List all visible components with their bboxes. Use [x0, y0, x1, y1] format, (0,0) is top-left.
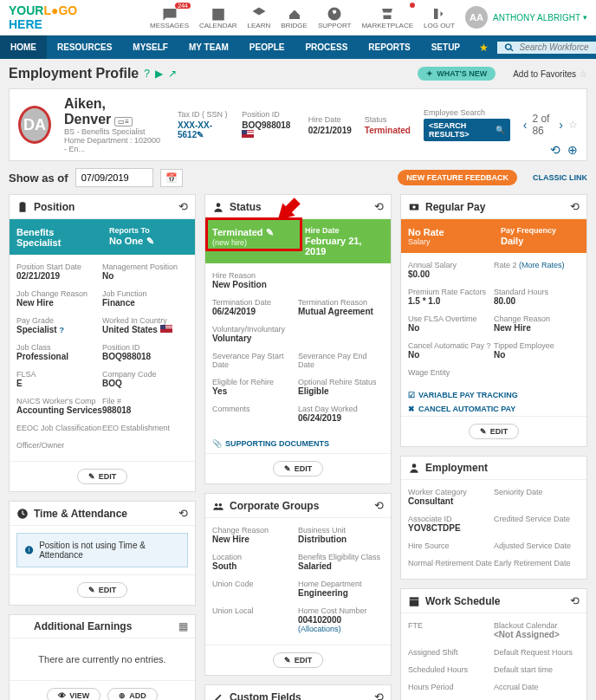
more-rates-link[interactable]: (More Rates): [519, 261, 565, 269]
clock-icon: [16, 508, 29, 520]
messages-button[interactable]: 244MESSAGES: [145, 4, 194, 31]
pager-next[interactable]: ›: [559, 118, 563, 132]
nav-reports[interactable]: REPORTS: [358, 36, 420, 59]
search-results-button[interactable]: <SEARCH RESULTS> 🔍: [424, 119, 510, 141]
svg-point-8: [412, 463, 417, 468]
svg-point-5: [219, 503, 223, 507]
ta-info-message: iPosition is not using Time & Attendance: [16, 533, 188, 567]
employee-avatar: DA: [18, 106, 51, 144]
money-icon: [408, 201, 420, 213]
calendar-icon[interactable]: 📅: [160, 169, 183, 187]
nav-process[interactable]: PROCESS: [295, 36, 358, 59]
edit-button[interactable]: ✎ EDIT: [273, 461, 324, 476]
video-icon[interactable]: ▶: [155, 68, 163, 80]
card-refresh[interactable]: ⟲: [374, 690, 384, 700]
card-refresh[interactable]: ⟲: [374, 499, 384, 512]
support-button[interactable]: SUPPORT: [313, 4, 357, 31]
svg-point-4: [215, 503, 218, 507]
taxid-link[interactable]: XXX-XX-5612✎: [178, 120, 229, 139]
card-refresh[interactable]: ⟲: [178, 507, 188, 520]
clipboard-icon: [16, 201, 29, 213]
grid-icon[interactable]: ▦: [178, 620, 188, 632]
share-icon[interactable]: ↗: [168, 68, 177, 80]
help-icon[interactable]: ?: [144, 68, 150, 80]
navbar: HOME RESOURCES MYSELF MY TEAM PEOPLE PRO…: [0, 36, 596, 59]
user-avatar[interactable]: AA: [465, 6, 488, 29]
card-refresh[interactable]: ⟲: [178, 200, 188, 213]
add-button[interactable]: ⊕ ADD: [107, 688, 158, 700]
user-menu-caret[interactable]: ▾: [583, 13, 587, 22]
card-refresh[interactable]: ⟲: [374, 200, 384, 213]
topbar: YOURL●GOHERE 244MESSAGES CALENDAR LEARN …: [0, 0, 596, 36]
pager-prev[interactable]: ‹: [523, 118, 528, 132]
id-card-icon[interactable]: ▭≡: [114, 117, 133, 126]
cap-help-icon[interactable]: ?: [487, 341, 491, 350]
show-as-of-label: Show as of: [9, 172, 68, 185]
status-card: Status⟲ Terminated✎(new hire) Hire DateF…: [204, 194, 392, 484]
nav-myself[interactable]: MYSELF: [122, 36, 178, 59]
user-name[interactable]: ANTHONY ALBRIGHT: [493, 13, 580, 23]
calendar-button[interactable]: CALENDAR: [194, 4, 243, 31]
bridge-button[interactable]: BRIDGE: [275, 4, 313, 31]
edit-button[interactable]: ✎ EDIT: [273, 652, 324, 668]
groups-icon: [212, 500, 224, 512]
employee-name: Aiken, Denver: [64, 96, 111, 126]
empty-message: There are currently no entries.: [10, 638, 195, 680]
employee-dept-sub: Home Department : 102000 - En...: [64, 136, 165, 153]
edit-button[interactable]: ✎ EDIT: [77, 582, 128, 598]
card-refresh[interactable]: ⟲: [570, 200, 580, 213]
paygrade-help-icon[interactable]: ?: [59, 326, 64, 334]
new-feature-feedback-button[interactable]: NEW FEATURE FEEDBACK: [398, 170, 517, 185]
person-icon: [408, 462, 420, 474]
variable-pay-tracking-link[interactable]: ☑ VARIABLE PAY TRACKING: [401, 388, 586, 402]
employee-header: DA Aiken, Denver▭≡ BS - Benefits Special…: [9, 88, 587, 161]
classic-link[interactable]: CLASSIC LINK: [533, 173, 587, 182]
edit-button[interactable]: ✎ EDIT: [77, 469, 128, 484]
edit-status[interactable]: ✎: [266, 227, 274, 237]
search-icon: [504, 42, 515, 54]
logout-button[interactable]: LOG OUT: [418, 4, 460, 31]
add-favorites-link[interactable]: Add to Favorites☆: [513, 69, 587, 79]
page-title: Employment Profile: [9, 66, 139, 81]
regular-pay-card: Regular Pay⟲ No RateSalary Pay Frequency…: [400, 194, 587, 447]
status-terminated: Terminated: [365, 126, 411, 135]
nav-myteam[interactable]: MY TEAM: [178, 36, 239, 59]
additional-earnings-card: Additional Earnings▦ There are currently…: [9, 614, 196, 700]
list-icon: [16, 620, 29, 632]
add-employee-icon[interactable]: ⊕: [567, 143, 578, 157]
cancel-automatic-pay-link[interactable]: ✖ CANCEL AUTOMATIC PAY: [401, 402, 586, 416]
learn-button[interactable]: LEARN: [243, 4, 276, 31]
nav-setup[interactable]: SETUP: [421, 36, 470, 59]
pencil-icon: [212, 691, 224, 701]
allocations-link[interactable]: (Allocations): [298, 625, 384, 633]
card-refresh[interactable]: ⟲: [570, 594, 580, 607]
svg-rect-9: [410, 597, 419, 606]
svg-text:i: i: [29, 547, 29, 553]
custom-fields-card: Custom Fields⟲ PeriodSelection HolidayGr…: [204, 684, 392, 700]
view-button[interactable]: 👁 VIEW: [47, 688, 100, 700]
us-flag-icon: [242, 130, 254, 138]
show-as-of-date[interactable]: [75, 168, 153, 187]
corporate-groups-card: Corporate Groups⟲ Change ReasonNew Hire …: [204, 493, 392, 676]
search-input[interactable]: [520, 42, 589, 52]
whats-new-button[interactable]: ✦WHAT'S NEW: [418, 67, 496, 81]
nav-people[interactable]: PEOPLE: [239, 36, 295, 59]
svg-point-3: [217, 203, 221, 207]
logo: YOURL●GOHERE: [9, 3, 77, 31]
pager-star[interactable]: ☆: [568, 119, 578, 131]
employee-position-sub: BS - Benefits Specialist: [64, 127, 165, 136]
supporting-documents-link[interactable]: 📎 SUPPORTING DOCUMENTS: [205, 434, 391, 453]
nav-resources[interactable]: RESOURCES: [47, 36, 122, 59]
work-schedule-card: Work Schedule⟲ FTE Blackout Calendar<Not…: [400, 588, 587, 700]
edit-reports-to[interactable]: ✎: [146, 236, 154, 246]
person-icon: [212, 201, 224, 213]
nav-home[interactable]: HOME: [0, 36, 47, 59]
edit-button[interactable]: ✎ EDIT: [469, 424, 520, 439]
refresh-icon[interactable]: ⟲: [550, 143, 560, 157]
marketplace-button[interactable]: MARKETPLACE: [356, 4, 418, 31]
calendar-icon: [408, 595, 420, 607]
time-attendance-card: Time & Attendance⟲ iPosition is not usin…: [9, 501, 196, 606]
position-card: Position⟲ Benefits Specialist Reports To…: [9, 194, 196, 492]
us-flag-icon: [160, 325, 172, 333]
nav-favorites-star[interactable]: ★: [470, 42, 497, 54]
